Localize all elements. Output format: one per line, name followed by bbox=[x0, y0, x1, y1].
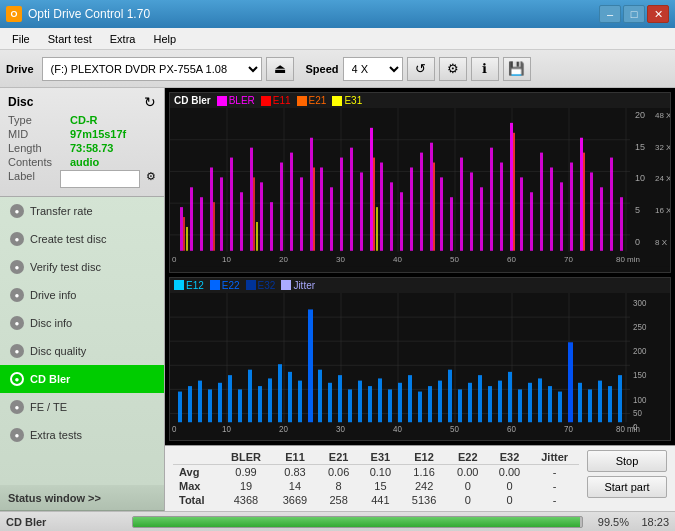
maximize-button[interactable]: □ bbox=[623, 5, 645, 23]
svg-rect-45 bbox=[500, 163, 503, 251]
label-input[interactable] bbox=[60, 170, 140, 188]
svg-text:16 X: 16 X bbox=[655, 206, 670, 215]
top-chart: CD Bler BLER E11 E21 E3 bbox=[169, 92, 671, 273]
svg-rect-40 bbox=[450, 197, 453, 251]
svg-rect-41 bbox=[460, 158, 463, 251]
content-area: CD Bler BLER E11 E21 E3 bbox=[165, 88, 675, 511]
nav-fe-te[interactable]: ● FE / TE bbox=[0, 393, 164, 421]
legend-e12-box bbox=[174, 280, 184, 290]
svg-rect-25 bbox=[300, 177, 303, 250]
status-window-button[interactable]: Status window >> bbox=[0, 485, 164, 511]
col-header-empty bbox=[173, 450, 220, 465]
svg-rect-113 bbox=[288, 371, 292, 421]
drive-select[interactable]: (F:) PLEXTOR DVDR PX-755A 1.08 bbox=[42, 57, 262, 81]
type-value: CD-R bbox=[70, 114, 98, 126]
svg-rect-38 bbox=[430, 143, 433, 251]
svg-rect-61 bbox=[313, 167, 315, 250]
close-button[interactable]: ✕ bbox=[647, 5, 669, 23]
top-chart-svg: 20 15 10 5 0 48 X 32 X 24 X 16 X 8 X 0 1 bbox=[170, 108, 670, 267]
nav-create-test-disc[interactable]: ● Create test disc bbox=[0, 225, 164, 253]
svg-rect-116 bbox=[318, 369, 322, 422]
nav-transfer-rate[interactable]: ● Transfer rate bbox=[0, 197, 164, 225]
legend-bler-box bbox=[217, 96, 227, 106]
disc-contents-row: Contents audio bbox=[8, 156, 156, 168]
disc-refresh-icon[interactable]: ↻ bbox=[144, 94, 156, 110]
status-time: 18:23 bbox=[629, 516, 669, 528]
speed-label: Speed bbox=[306, 63, 339, 75]
menu-bar: File Start test Extra Help bbox=[0, 28, 675, 50]
total-e11: 3669 bbox=[272, 493, 318, 507]
svg-rect-107 bbox=[228, 375, 232, 422]
nav-dot-extra: ● bbox=[10, 428, 24, 442]
svg-rect-139 bbox=[548, 386, 552, 422]
svg-rect-138 bbox=[538, 378, 542, 422]
legend-jitter-box bbox=[281, 280, 291, 290]
eject-button[interactable]: ⏏ bbox=[266, 57, 294, 81]
menu-help[interactable]: Help bbox=[145, 31, 184, 47]
svg-rect-135 bbox=[508, 371, 512, 421]
nav-drive-info[interactable]: ● Drive info bbox=[0, 281, 164, 309]
col-header-e32: E32 bbox=[489, 450, 531, 465]
menu-start-test[interactable]: Start test bbox=[40, 31, 100, 47]
max-e31: 15 bbox=[360, 479, 402, 493]
svg-rect-131 bbox=[468, 382, 472, 421]
nav-verify-test-disc[interactable]: ● Verify test disc bbox=[0, 253, 164, 281]
type-key: Type bbox=[8, 114, 66, 126]
nav-extra-tests[interactable]: ● Extra tests bbox=[0, 421, 164, 449]
stop-button[interactable]: Stop bbox=[587, 450, 667, 472]
total-e22: 0 bbox=[447, 493, 489, 507]
legend-e31-box bbox=[332, 96, 342, 106]
nav-label-fe-te: FE / TE bbox=[30, 401, 67, 413]
svg-text:250: 250 bbox=[633, 322, 647, 332]
svg-rect-143 bbox=[588, 389, 592, 422]
svg-rect-60 bbox=[253, 177, 255, 250]
svg-text:24 X: 24 X bbox=[655, 174, 670, 183]
svg-rect-134 bbox=[498, 380, 502, 422]
svg-rect-128 bbox=[438, 380, 442, 422]
length-key: Length bbox=[8, 142, 66, 154]
menu-extra[interactable]: Extra bbox=[102, 31, 144, 47]
svg-rect-36 bbox=[410, 167, 413, 250]
svg-rect-50 bbox=[550, 167, 553, 250]
info-button[interactable]: ℹ bbox=[471, 57, 499, 81]
svg-rect-115 bbox=[308, 309, 313, 422]
nav-disc-info[interactable]: ● Disc info bbox=[0, 309, 164, 337]
legend-e12-label: E12 bbox=[186, 280, 204, 291]
top-chart-name: CD Bler bbox=[174, 95, 211, 106]
refresh-button[interactable]: ↺ bbox=[407, 57, 435, 81]
contents-key: Contents bbox=[8, 156, 66, 168]
legend-e22-box bbox=[210, 280, 220, 290]
svg-rect-49 bbox=[540, 153, 543, 251]
total-e12: 5136 bbox=[401, 493, 447, 507]
svg-rect-109 bbox=[248, 369, 252, 422]
stats-table: BLER E11 E21 E31 E12 E22 E32 Jitter Avg bbox=[173, 450, 579, 507]
save-button[interactable]: 💾 bbox=[503, 57, 531, 81]
max-jitter: - bbox=[530, 479, 579, 493]
legend-e32-box bbox=[246, 280, 256, 290]
avg-e31: 0.10 bbox=[360, 465, 402, 480]
svg-rect-127 bbox=[428, 386, 432, 422]
nav-cd-bler[interactable]: ● CD Bler bbox=[0, 365, 164, 393]
svg-rect-105 bbox=[208, 389, 212, 422]
svg-rect-67 bbox=[256, 222, 258, 251]
svg-text:100: 100 bbox=[633, 394, 647, 404]
svg-text:60: 60 bbox=[507, 255, 516, 264]
svg-text:50: 50 bbox=[450, 255, 459, 264]
svg-rect-121 bbox=[368, 386, 372, 422]
svg-text:200: 200 bbox=[633, 346, 647, 356]
legend-e22: E22 bbox=[210, 280, 240, 291]
nav-disc-quality[interactable]: ● Disc quality bbox=[0, 337, 164, 365]
menu-file[interactable]: File bbox=[4, 31, 38, 47]
label-icon[interactable]: ⚙ bbox=[146, 170, 156, 188]
speed-select[interactable]: Max1 X2 X4 X8 X bbox=[343, 57, 403, 81]
minimize-button[interactable]: – bbox=[599, 5, 621, 23]
svg-rect-29 bbox=[340, 158, 343, 251]
stats-header-row: BLER E11 E21 E31 E12 E22 E32 Jitter bbox=[173, 450, 579, 465]
start-part-button[interactable]: Start part bbox=[587, 476, 667, 498]
legend-e11-label: E11 bbox=[273, 95, 291, 106]
svg-rect-141 bbox=[568, 342, 573, 422]
settings-button[interactable]: ⚙ bbox=[439, 57, 467, 81]
svg-rect-17 bbox=[220, 177, 223, 250]
svg-rect-133 bbox=[488, 386, 492, 422]
disc-mid-row: MID 97m15s17f bbox=[8, 128, 156, 140]
